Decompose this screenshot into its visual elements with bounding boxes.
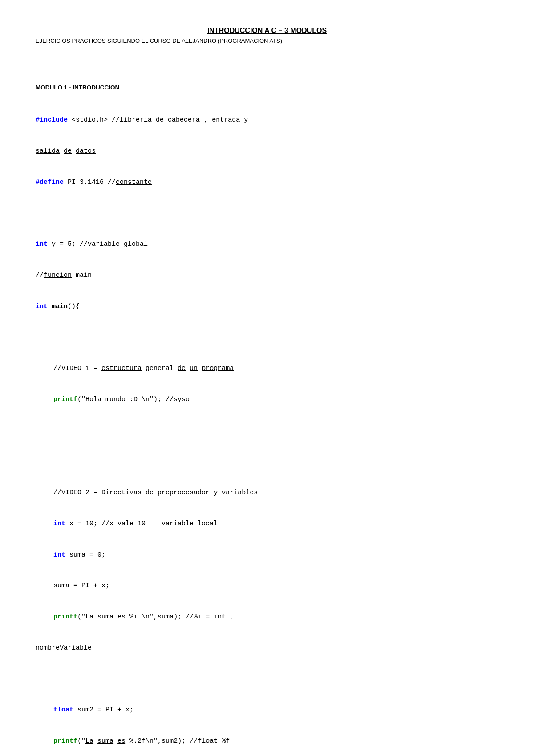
- printf-suma: printf("La suma es %i \n",suma); //%i = …: [53, 612, 498, 622]
- title-section: INTRODUCCION A C – 3 MODULOS: [36, 27, 498, 35]
- int-y-line: int y = 5; //variable global: [36, 239, 498, 249]
- printf-sum2: printf("La suma es %.2f\n",sum2); //floa…: [53, 736, 498, 746]
- nombre-variable: nombreVariable: [36, 643, 498, 653]
- subtitle: EJERCICIOS PRACTICOS SIGUIENDO EL CURSO …: [36, 37, 498, 44]
- section-label: MODULO 1 - INTRODUCCION: [36, 83, 498, 93]
- code-content: MODULO 1 - INTRODUCCION #include <stdio.…: [36, 52, 498, 756]
- suma-assign: suma = PI + x;: [53, 581, 498, 591]
- funcion-line: //funcion main: [36, 270, 498, 280]
- int-suma-line: int suma = 0;: [53, 550, 498, 560]
- main-title: INTRODUCCION A C – 3 MODULOS: [36, 27, 498, 35]
- page-container: INTRODUCCION A C – 3 MODULOS EJERCICIOS …: [36, 27, 498, 756]
- video1-comment: //VIDEO 1 – estructura general de un pro…: [53, 363, 498, 374]
- include-line: #include <stdio.h> //libreria de cabecer…: [36, 115, 498, 125]
- printf-hola: printf("Hola mundo :D \n"); //syso: [53, 394, 498, 405]
- define-line: #define PI 3.1416 //constante: [36, 177, 498, 187]
- float-sum2: float sum2 = PI + x;: [53, 705, 498, 715]
- int-x-line: int x = 10; //x vale 10 –– variable loca…: [53, 519, 498, 529]
- video2-comment: //VIDEO 2 – Directivas de preprocesador …: [53, 488, 498, 498]
- salida-line: salida de datos: [36, 146, 498, 156]
- main-line: int main(){: [36, 301, 498, 312]
